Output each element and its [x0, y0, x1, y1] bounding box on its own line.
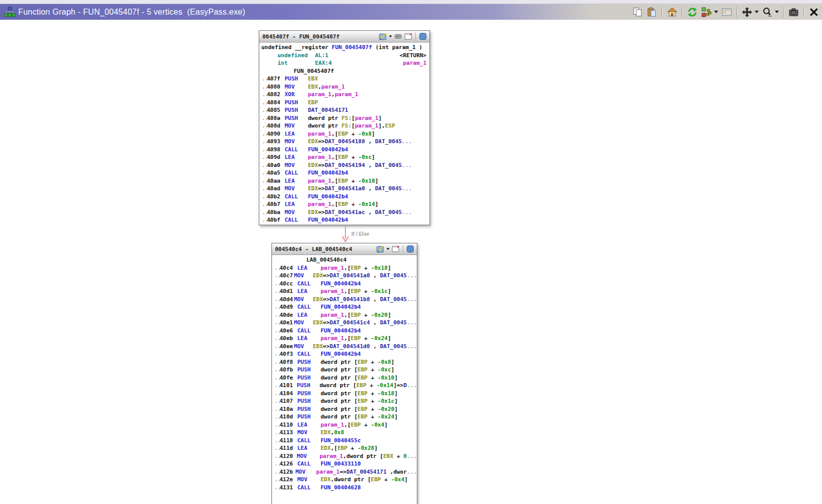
edit-icon[interactable] [376, 244, 385, 254]
instruction-line[interactable]: ...40ebLEAparam_1,[EBP + -0x24] [272, 334, 417, 343]
instruction-line[interactable]: ...40aaLEAparam_1,[EBP + -0x10] [259, 177, 429, 185]
instruction-line[interactable]: ...40fbPUSHdword ptr [EBP + -0xc] [272, 366, 417, 374]
graph-vertex-lab-004540c4[interactable]: 004540c4 - LAB_004540c4 LAB_004540c4...4… [271, 243, 417, 504]
dropdown-arrow-icon[interactable] [755, 11, 759, 13]
snapshot-icon[interactable] [787, 6, 800, 19]
instruction-line[interactable]: ...40c4LEAparam_1,[EBP + -0x18] [272, 264, 417, 272]
instruction-line[interactable]: ...408dMOVdword ptr FS:[param_1],ESP [259, 122, 429, 130]
toolbar-separator [803, 7, 804, 18]
instruction-line[interactable]: ...40c7MOVEDX=>DAT_004541a0 , DAT_0045..… [272, 272, 417, 280]
instruction-line[interactable]: ...40eeMOVEDX=>DAT_004541d0 , DAT_0045..… [272, 343, 417, 351]
instruction-line[interactable]: ...4126CALLFUN_00433110 [272, 460, 417, 468]
instruction-line[interactable]: ...40e1MOVEDX=>DAT_004541c4 , DAT_0045..… [272, 319, 417, 327]
handle-icon[interactable] [418, 32, 427, 41]
instruction-line[interactable]: ...4110LEAparam_1,[EBP + -0x4] [272, 421, 417, 429]
window-top-edge [0, 0, 822, 4]
toolbar-separator [682, 7, 683, 18]
relayout-icon[interactable] [700, 6, 713, 19]
instruction-line[interactable]: ...4085PUSHDAT_00454171 [259, 106, 429, 114]
function-signature-line[interactable]: undefinedAL:1<RETURN> [259, 52, 429, 60]
instruction-line[interactable]: ...4093MOVEDX=>DAT_00454188 , DAT_0045..… [259, 138, 429, 146]
instruction-line[interactable]: ...40a5CALLFUN_004042b4 [259, 169, 429, 177]
instruction-line[interactable]: ...40deLEAparam_1,[EBP + -0x20] [272, 311, 417, 319]
instruction-line[interactable]: ...40fePUSHdword ptr [EBP + -0x10] [272, 374, 417, 382]
instruction-line[interactable]: ...4090LEAparam_1,[EBP + -0x8] [259, 130, 429, 138]
edge-label: If / Else [351, 231, 369, 237]
instruction-line[interactable]: ...40d9CALLFUN_004042b4 [272, 303, 417, 311]
vertex-body[interactable]: LAB_004540c4...40c4LEAparam_1,[EBP + -0x… [272, 255, 417, 491]
window-icon[interactable] [391, 244, 400, 254]
instruction-line[interactable]: ...4120MOVparam_1,dword ptr [EBX + 0... [272, 452, 417, 460]
instruction-line[interactable]: ...412bMOVparam_1=>DAT_00454171 ,dwor... [272, 468, 417, 476]
vertex-toolbar [375, 244, 415, 254]
edit-icon[interactable] [378, 32, 387, 41]
instruction-line[interactable]: ...409dLEAparam_1,[EBP + -0xc] [259, 153, 429, 161]
instruction-line[interactable]: ...40f8PUSHdword ptr [EBP + -0x8] [272, 358, 417, 366]
function-graph-window: Function Graph - FUN_0045407f - 5 vertic… [0, 0, 822, 504]
vertex-header[interactable]: 0045407f - FUN_0045407f [259, 31, 429, 43]
dropdown-arrow-icon[interactable] [775, 11, 779, 13]
instruction-line[interactable]: ...4107PUSHdword ptr [EBP + -0x1c] [272, 397, 417, 405]
header-separator [403, 245, 403, 253]
instruction-line[interactable]: ...4098CALLFUN_004042b4 [259, 146, 429, 154]
code-label-line[interactable]: FUN_0045407f [259, 67, 429, 75]
navigation-icon[interactable] [740, 6, 754, 19]
instruction-line[interactable]: ...408aPUSHdword ptr FS:[param_1] [259, 114, 429, 122]
vertex-body[interactable]: undefined __register FUN_0045407f (int p… [259, 43, 429, 224]
header-separator [415, 32, 416, 40]
instruction-line[interactable]: ...40ccCALLFUN_004042b4 [272, 280, 417, 288]
home-icon[interactable] [666, 6, 679, 19]
instruction-line[interactable]: ...4118CALLFUN_0040455c [272, 437, 417, 445]
instruction-line[interactable]: ...4084PUSHEBP [259, 99, 429, 107]
instruction-line[interactable]: ...410dPUSHdword ptr [EBP + -0x24] [272, 413, 417, 421]
vertex-header[interactable]: 004540c4 - LAB_004540c4 [272, 243, 417, 255]
copy-icon[interactable] [631, 6, 644, 19]
instruction-line[interactable]: ...4080MOVEBX,param_1 [259, 83, 429, 91]
instruction-line[interactable]: ...40b2CALLFUN_004042b4 [259, 193, 429, 201]
toolbar [631, 4, 822, 20]
group-icon[interactable] [394, 32, 403, 41]
function-signature-line[interactable]: intEAX:4param_1 [259, 59, 429, 67]
instruction-line[interactable]: ...40d4MOVEDX=>DAT_004541b8 , DAT_0045..… [272, 296, 417, 304]
dropdown-arrow-icon[interactable] [386, 248, 389, 250]
window-icon[interactable] [404, 32, 413, 41]
instruction-line[interactable]: ...40b7LEAparam_1,[EBP + -0x14] [259, 200, 429, 208]
instruction-line[interactable]: ...40bfCALLFUN_004042b4 [259, 216, 429, 224]
instruction-line[interactable]: ...4082XORparam_1,param_1 [259, 91, 429, 99]
instruction-line[interactable]: ...4113MOVEDX,0x8 [272, 429, 417, 437]
function-graph-icon [4, 7, 15, 18]
vertex-title: 004540c4 - LAB_004540c4 [275, 246, 375, 253]
instruction-line[interactable]: ...410aPUSHdword ptr [EBP + -0x20] [272, 405, 417, 413]
graph-canvas[interactable]: 0045407f - FUN_0045407f undefined __regi… [0, 20, 822, 504]
zoom-icon[interactable] [761, 6, 774, 19]
titlebar[interactable]: Function Graph - FUN_0045407f - 5 vertic… [0, 4, 822, 20]
toolbar-separator [661, 7, 662, 18]
graph-vertex-fun-0045407f[interactable]: 0045407f - FUN_0045407f undefined __regi… [259, 30, 430, 225]
instruction-line[interactable]: ...40e6CALLFUN_004042b4 [272, 327, 417, 335]
close-icon[interactable] [807, 6, 820, 19]
code-label-line[interactable]: LAB_004540c4 [272, 256, 417, 264]
window-title: Function Graph - FUN_0045407f - 5 vertic… [18, 8, 245, 17]
refresh-icon[interactable] [686, 6, 699, 19]
instruction-line[interactable]: ...40a0MOVEDX=>DAT_00454194 , DAT_0045..… [259, 161, 429, 170]
instruction-line[interactable]: ...40baMOVEDX=>DAT_004541ac , DAT_0045..… [259, 208, 429, 217]
instruction-line[interactable]: ...412eMOVEDX,dword ptr [EBP + -0x4] [272, 476, 417, 484]
block-display-icon[interactable] [720, 6, 733, 19]
instruction-line[interactable]: ...4101PUSHdword ptr [EBP + -0x14]=>D... [272, 382, 417, 390]
vertex-toolbar [378, 32, 428, 41]
toolbar-separator [736, 7, 737, 18]
instruction-line[interactable]: ...407fPUSHEBX [259, 75, 429, 83]
instruction-line[interactable]: ...411dLEAEDX,[EBP + -0x28] [272, 444, 417, 452]
toolbar-separator [783, 7, 784, 18]
instruction-line[interactable]: ...40adMOVEDX=>DAT_004541a0 , DAT_0045..… [259, 185, 429, 193]
function-prototype-line[interactable]: undefined __register FUN_0045407f (int p… [259, 44, 429, 52]
dropdown-arrow-icon[interactable] [714, 11, 718, 13]
flow-edge-if-else[interactable] [340, 225, 350, 243]
handle-icon[interactable] [406, 244, 415, 254]
paste-icon[interactable] [645, 6, 658, 19]
instruction-line[interactable]: ...40f3CALLFUN_004042b4 [272, 350, 417, 358]
instruction-line[interactable]: ...4131CALLFUN_00404628 [272, 484, 417, 492]
dropdown-arrow-icon[interactable] [389, 35, 392, 37]
instruction-line[interactable]: ...4104PUSHdword ptr [EBP + -0x18] [272, 390, 417, 398]
instruction-line[interactable]: ...40d1LEAparam_1,[EBP + -0x1c] [272, 287, 417, 296]
